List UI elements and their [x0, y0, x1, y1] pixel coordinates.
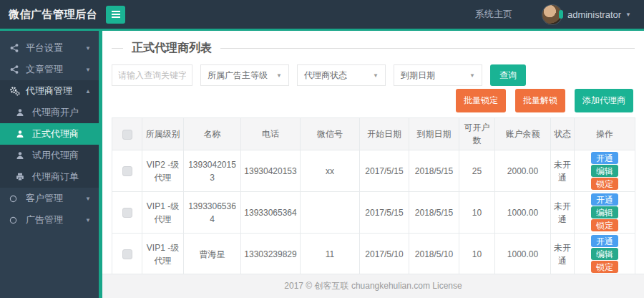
sidebar-item-article-management[interactable]: 文章管理▼	[0, 59, 99, 80]
chevron-down-icon: ▼	[85, 45, 91, 52]
chevron-up-icon: ▲	[85, 88, 91, 95]
col-wechat: 微信号	[301, 118, 360, 150]
cell-name: 13930420153	[184, 150, 241, 192]
edit-button[interactable]: 编辑	[591, 165, 618, 177]
system-home-link[interactable]: 系统主页	[475, 8, 512, 21]
row-checkbox[interactable]	[122, 208, 132, 218]
col-end-date: 到期日期	[409, 118, 459, 150]
cell-operation: 开通 编辑 锁定	[575, 192, 635, 234]
submenu: 代理商开户正式代理商试用代理商代理商订单	[0, 102, 99, 188]
divider	[112, 48, 123, 49]
batch-unlock-button[interactable]: 批量解锁	[515, 89, 565, 112]
cell-status: 未开通	[551, 150, 575, 192]
username[interactable]: administrator	[567, 9, 621, 20]
add-agent-button[interactable]: 添加代理商	[575, 89, 633, 112]
sidebar-item-label: 客户管理	[26, 192, 63, 205]
activate-button[interactable]: 开通	[591, 235, 618, 247]
expiry-date-select[interactable]: 到期日期 ▼	[394, 64, 482, 86]
sidebar-item-trial-agents[interactable]: 试用代理商	[0, 145, 99, 166]
cell-end-date: 2018/5/15	[409, 150, 459, 192]
cell-start-date: 2017/5/15	[360, 150, 409, 192]
chevron-down-icon[interactable]: ▼	[625, 11, 631, 18]
sidebar-item-label: 正式代理商	[32, 128, 79, 140]
cell-operation: 开通 编辑 锁定	[575, 234, 635, 274]
footer-license-text: 2017 © 创客互联 chuangkehulian.com License	[284, 280, 462, 292]
user-icon	[16, 108, 28, 117]
top-bar: 微信广告管理后台 系统主页 administrator ▼	[0, 0, 644, 31]
edit-button[interactable]: 编辑	[591, 248, 618, 260]
hamburger-icon	[112, 11, 120, 12]
col-level: 所属级别	[142, 118, 184, 150]
sidebar-item-agent-orders[interactable]: 代理商订单	[0, 166, 99, 188]
sidebar-item-label: 试用代理商	[32, 149, 79, 162]
share-icon	[9, 64, 21, 74]
select-all-cell	[112, 118, 142, 150]
gears-icon	[9, 86, 21, 96]
sidebar-item-customer-management[interactable]: 客户管理▼	[0, 188, 99, 209]
chevron-down-icon: ▼	[85, 217, 91, 224]
chevron-down-icon: ▼	[469, 72, 475, 79]
sidebar-item-ad-management[interactable]: 广告管理▼	[0, 209, 99, 231]
avatar[interactable]	[542, 5, 562, 24]
cell-wechat: 11	[301, 234, 360, 274]
divider	[220, 48, 635, 49]
cell-status: 未开通	[551, 192, 575, 234]
edit-button[interactable]: 编辑	[591, 206, 618, 218]
agent-status-select[interactable]: 代理商状态 ▼	[297, 64, 386, 86]
cell-level: VIP1 -级代理	[142, 234, 184, 274]
col-accounts: 可开户数	[459, 118, 495, 150]
footer: 2017 © 创客互联 chuangkehulian.com License	[102, 274, 644, 298]
col-phone: 电话	[241, 118, 301, 150]
cell-name: 曹海星	[184, 234, 241, 274]
cell-wechat: xx	[301, 150, 360, 192]
cell-wechat	[301, 192, 360, 234]
cell-phone: 13933065364	[241, 192, 301, 234]
sidebar-item-label: 代理商开户	[32, 106, 79, 119]
sidebar-item-agent-management[interactable]: 代理商管理▲	[0, 80, 99, 102]
chevron-down-icon: ▼	[85, 67, 91, 73]
col-balance: 账户余额	[495, 118, 551, 150]
sidebar-item-label: 平台设置	[26, 42, 63, 54]
row-checkbox[interactable]	[122, 249, 132, 259]
keyword-search-input[interactable]	[112, 64, 192, 86]
col-name: 名称	[184, 118, 241, 150]
cell-balance: 2000.00	[495, 150, 551, 192]
cell-accounts: 25	[459, 150, 495, 192]
col-operation: 操作	[575, 118, 635, 150]
cell-balance: 1000.00	[495, 234, 551, 274]
query-button[interactable]: 查询	[490, 64, 526, 86]
printer-icon	[16, 173, 28, 181]
cell-accounts: 10	[459, 192, 495, 234]
activate-button[interactable]: 开通	[591, 152, 618, 164]
lock-button[interactable]: 锁定	[591, 261, 618, 273]
sidebar-item-platform-settings[interactable]: 平台设置▼	[0, 37, 99, 59]
cell-phone: 13303239829	[241, 234, 301, 274]
lock-button[interactable]: 锁定	[591, 219, 618, 231]
advertiser-level-select[interactable]: 所属广告主等级 ▼	[200, 64, 289, 86]
cell-level: VIP2 -级代理	[142, 150, 184, 192]
sidebar-item-formal-agents[interactable]: 正式代理商	[0, 123, 99, 145]
table-row: VIP1 -级代理 13933065364 13933065364 2017/5…	[112, 192, 635, 234]
select-all-checkbox[interactable]	[122, 130, 132, 140]
batch-lock-button[interactable]: 批量锁定	[456, 89, 506, 112]
sidebar-item-agent-account-opening[interactable]: 代理商开户	[0, 102, 99, 123]
lock-button[interactable]: 锁定	[591, 178, 618, 190]
topbar-right: 系统主页 administrator ▼	[475, 5, 644, 24]
page-title-row: 正式代理商列表	[112, 41, 635, 56]
cell-balance: 1000.00	[495, 192, 551, 234]
sidebar-group-agent-management: 代理商管理▲代理商开户正式代理商试用代理商代理商订单	[0, 80, 99, 188]
app-title: 微信广告管理后台	[0, 8, 99, 21]
user-icon	[16, 130, 28, 138]
activate-button[interactable]: 开通	[591, 193, 618, 206]
sidebar-toggle-button[interactable]	[106, 6, 125, 24]
sidebar: 平台设置▼文章管理▼代理商管理▲代理商开户正式代理商试用代理商代理商订单客户管理…	[0, 31, 102, 298]
share-icon	[9, 43, 21, 53]
cell-start-date: 2017/5/15	[360, 192, 409, 234]
user-icon	[16, 151, 28, 160]
col-start-date: 开始日期	[360, 118, 409, 150]
circle-icon	[9, 216, 21, 224]
chevron-down-icon: ▼	[85, 196, 91, 202]
main-panel: 正式代理商列表 所属广告主等级 ▼ 代理商状态 ▼ 到期日期 ▼ 查询	[102, 31, 644, 274]
row-checkbox[interactable]	[122, 166, 132, 176]
circle-icon	[9, 195, 21, 203]
